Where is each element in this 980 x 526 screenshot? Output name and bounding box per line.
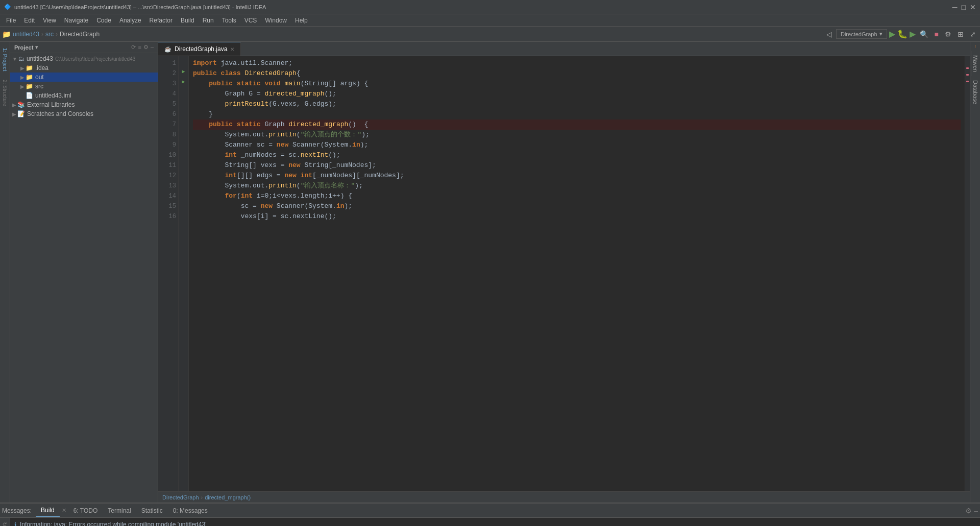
run-config-selector[interactable]: DirectedGraph ▾ xyxy=(836,29,887,39)
gutter-line-6 xyxy=(179,107,188,117)
back-button[interactable]: ◁ xyxy=(824,29,834,39)
sync-icon[interactable]: ⟳ xyxy=(131,44,136,51)
menu-run[interactable]: Run xyxy=(199,16,218,25)
tree-src[interactable]: ▶ 📁 src xyxy=(10,82,158,91)
menu-help[interactable]: Help xyxy=(291,16,312,25)
bc-directedgraph[interactable]: DirectedGraph xyxy=(162,494,199,500)
menu-bar: File Edit View Navigate Code Analyze Ref… xyxy=(0,14,980,27)
code-line-11: String[] vexs = new String[_numNodes]; xyxy=(193,160,961,171)
bc-method[interactable]: directed_mgraph() xyxy=(205,494,251,500)
iml-file-icon: 📄 xyxy=(26,92,33,99)
folder-icon: 📁 xyxy=(26,64,33,71)
menu-navigate[interactable]: Navigate xyxy=(60,16,92,25)
chevron-right-icon: ▶ xyxy=(12,102,16,108)
code-editor[interactable]: 12345 678910 1112131415 16 ▶ ▶ xyxy=(158,56,970,491)
build-msg-1: ℹ Information: java: Errors occurred whi… xyxy=(14,520,976,526)
collapse-icon[interactable]: ≡ xyxy=(138,44,141,51)
code-line-2: public class DirectedGraph { xyxy=(193,68,961,79)
gutter-line-5 xyxy=(179,97,188,107)
scratches-icon: 📝 xyxy=(17,110,25,117)
tree-iml[interactable]: 📄 untitled43.iml xyxy=(10,91,158,100)
ext-libs-icon: 📚 xyxy=(17,101,25,108)
minimize-button[interactable]: ─ xyxy=(952,3,958,11)
stop-button[interactable]: ■ xyxy=(933,29,941,39)
gutter-line-1 xyxy=(179,56,188,66)
tab-close-button[interactable]: ✕ xyxy=(230,46,234,52)
menu-file[interactable]: File xyxy=(2,16,20,25)
bottom-minimize-icon[interactable]: – xyxy=(974,507,978,515)
bottom-tabs: Messages: Build ✕ 6: TODO Terminal Stati… xyxy=(0,504,980,518)
maximize-button[interactable]: □ xyxy=(962,3,966,11)
settings-icon[interactable]: ⚙ xyxy=(143,44,149,51)
menu-refactor[interactable]: Refactor xyxy=(145,16,177,25)
tab-build[interactable]: Build xyxy=(36,505,60,517)
tree-idea[interactable]: ▶ 📁 .idea xyxy=(10,63,158,73)
gutter-line-9 xyxy=(179,138,188,148)
menu-vcs[interactable]: VCS xyxy=(240,16,261,25)
tree-scratches[interactable]: ▶ 📝 Scratches and Consoles xyxy=(10,109,158,118)
tree-ext-libs[interactable]: ▶ 📚 External Libraries xyxy=(10,100,158,109)
menu-edit[interactable]: Edit xyxy=(20,16,39,25)
code-line-1: import java.util.Scanner; xyxy=(193,58,961,68)
dropdown-icon: ▾ xyxy=(879,31,883,37)
breadcrumb-src[interactable]: src xyxy=(45,31,54,38)
code-line-5: printResult(G.vexs, G.edgs); xyxy=(193,99,961,109)
gutter-line-15 xyxy=(179,199,188,209)
bottom-main: ℹ Information: java: Errors occurred whi… xyxy=(10,518,980,526)
gutter-line-16 xyxy=(179,209,188,220)
structure-panel-tab[interactable]: 2: Structure xyxy=(1,78,9,108)
tree-out[interactable]: ▶ 📁 out xyxy=(10,73,158,82)
grid-button[interactable]: ⊞ xyxy=(955,29,966,39)
error-stripe xyxy=(965,56,970,491)
tab-todo[interactable]: 6: TODO xyxy=(68,505,103,516)
breadcrumb-project[interactable]: untitled43 xyxy=(13,31,39,38)
tab-messages[interactable]: 0: Messages xyxy=(168,505,213,516)
project-panel-tab[interactable]: 1: Project xyxy=(1,46,9,74)
expand-button[interactable]: ⤢ xyxy=(968,29,978,39)
settings-button[interactable]: ⚙ xyxy=(943,29,953,39)
menu-tools[interactable]: Tools xyxy=(218,16,240,25)
bottom-settings-icon[interactable]: ⚙ xyxy=(965,507,972,515)
menu-window[interactable]: Window xyxy=(261,16,291,25)
hide-icon[interactable]: – xyxy=(151,44,154,51)
code-line-16: vexs[i] = sc.nextLine(); xyxy=(193,211,961,222)
breadcrumb-sep1: › xyxy=(41,31,43,38)
close-button[interactable]: ✕ xyxy=(970,3,976,11)
breadcrumb-file[interactable]: DirectedGraph xyxy=(60,31,100,38)
info-icon: ℹ xyxy=(14,521,17,526)
tree-root[interactable]: ▼ 🗂 untitled43 C:\Users\hp\IdeaProjects\… xyxy=(10,54,158,63)
app-title: untitled43 [C:\Users\hp\IdeaProjects\unt… xyxy=(14,4,266,10)
build-tab-close[interactable]: ✕ xyxy=(60,507,68,514)
debug-button[interactable]: 🐛 xyxy=(897,29,908,39)
gutter-line-11 xyxy=(179,158,188,169)
code-content[interactable]: import java.util.Scanner; public class D… xyxy=(189,56,965,491)
bottom-panel: Messages: Build ✕ 6: TODO Terminal Stati… xyxy=(0,503,980,526)
menu-view[interactable]: View xyxy=(39,16,60,25)
editor-tab-directedgraph[interactable]: ☕ DirectedGraph.java ✕ xyxy=(158,42,241,56)
build-error-indicator[interactable]: ! xyxy=(973,42,977,51)
run-button[interactable]: ▶ xyxy=(889,29,895,39)
gutter: ▶ ▶ xyxy=(179,56,189,491)
error-stripe-marker-2 xyxy=(966,74,969,76)
code-line-6: } xyxy=(193,109,961,119)
tab-statistic[interactable]: Statistic xyxy=(136,505,168,516)
maven-tab[interactable]: Maven xyxy=(971,51,979,76)
rerun-icon[interactable]: ↻ xyxy=(1,520,9,526)
run-coverage-button[interactable]: ▶ xyxy=(910,29,916,39)
menu-build[interactable]: Build xyxy=(177,16,199,25)
code-line-3: public static void main(String[] args) { xyxy=(193,79,961,89)
chevron-right-icon: ▶ xyxy=(20,65,24,71)
code-line-4: Graph G = directed_mgraph(); xyxy=(193,89,961,99)
gutter-line-14 xyxy=(179,189,188,199)
menu-analyze[interactable]: Analyze xyxy=(115,16,145,25)
project-header: Project ▾ ⟳ ≡ ⚙ – xyxy=(10,42,158,53)
gutter-line-2: ▶ xyxy=(179,66,188,77)
chevron-right-icon: ▶ xyxy=(20,84,24,89)
tab-terminal[interactable]: Terminal xyxy=(103,505,136,516)
menu-code[interactable]: Code xyxy=(92,16,115,25)
run-config-label: DirectedGraph xyxy=(841,31,877,37)
messages-label: Messages: xyxy=(2,507,36,514)
database-tab[interactable]: Database xyxy=(971,76,979,108)
src-folder-icon: 📁 xyxy=(26,83,33,90)
search-button[interactable]: 🔍 xyxy=(918,29,930,39)
